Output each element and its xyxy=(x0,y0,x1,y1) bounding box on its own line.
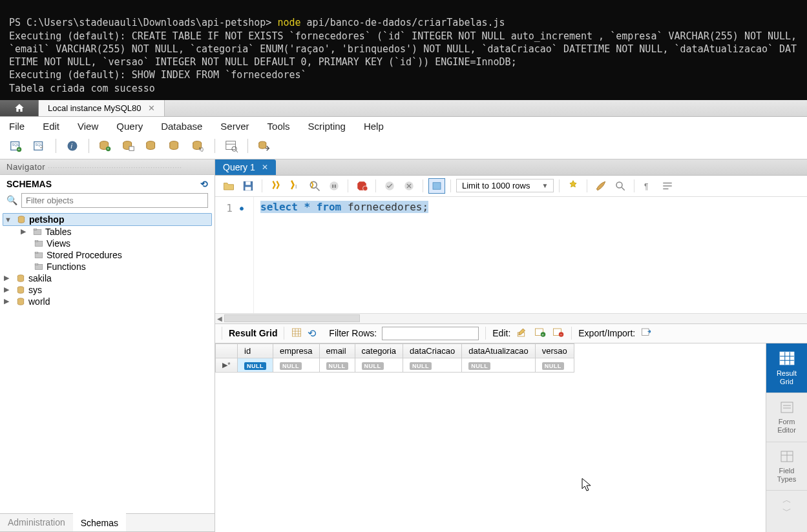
db-table-button[interactable] xyxy=(119,137,138,155)
invisible-chars-button[interactable]: ¶ xyxy=(640,178,656,194)
form-icon xyxy=(777,400,797,415)
limit-rows-select[interactable]: Limit to 1000 rows▼ xyxy=(456,179,554,192)
autocommit-button[interactable] xyxy=(428,178,445,194)
sql-editor[interactable]: 1• select * from fornecedores; xyxy=(215,197,807,313)
open-file-button[interactable] xyxy=(220,178,237,194)
tree-functions[interactable]: Functions xyxy=(3,261,212,272)
menu-file[interactable]: File xyxy=(9,121,25,132)
schema-world[interactable]: ▶world xyxy=(3,296,212,307)
tree-stored-procedures[interactable]: Stored Procedures xyxy=(3,249,212,261)
col-empresa[interactable]: empresa xyxy=(273,343,320,358)
db-add-button[interactable]: + xyxy=(96,137,115,155)
grid-view-icon[interactable] xyxy=(291,327,302,340)
database-icon xyxy=(16,285,26,294)
beautify-button[interactable] xyxy=(565,178,582,194)
new-sql-tab-button[interactable]: SQL+ xyxy=(6,137,26,155)
result-grid-label: Result Grid xyxy=(229,328,277,338)
menu-database[interactable]: Database xyxy=(161,121,202,132)
refresh-icon[interactable]: ⟲ xyxy=(200,179,208,189)
schema-petshop[interactable]: ▼ petshop xyxy=(3,213,212,226)
menubar: File Edit View Query Database Server Too… xyxy=(0,117,807,135)
result-grid[interactable]: id empresa email categoria dataCriacao d… xyxy=(215,343,766,532)
reconnect-button[interactable] xyxy=(255,137,274,155)
schema-sakila[interactable]: ▶sakila xyxy=(3,272,212,284)
delete-row-button[interactable]: − xyxy=(552,327,565,340)
execute-button[interactable] xyxy=(267,178,284,194)
side-tab-more[interactable]: ︿ ﹀ xyxy=(766,491,807,520)
close-icon[interactable]: ✕ xyxy=(262,163,268,172)
refresh-icon[interactable]: ⟲ xyxy=(308,327,316,340)
col-datacriacao[interactable]: dataCriacao xyxy=(403,343,462,358)
explain-button[interactable] xyxy=(306,178,323,194)
field-types-icon xyxy=(777,449,797,464)
tab-administration[interactable]: Administration xyxy=(0,514,73,531)
menu-help[interactable]: Help xyxy=(364,121,384,132)
svg-text:+: + xyxy=(107,147,109,151)
schema-sys[interactable]: ▶sys xyxy=(3,284,212,296)
svg-line-51 xyxy=(622,187,625,190)
schema-tree[interactable]: ▼ petshop ▶Tables Views Stored Procedure… xyxy=(0,212,215,513)
svg-text:SQL: SQL xyxy=(12,143,19,147)
home-tab[interactable] xyxy=(0,100,39,116)
svg-rect-12 xyxy=(129,147,134,150)
menu-tools[interactable]: Tools xyxy=(267,121,290,132)
svg-line-39 xyxy=(317,187,320,190)
svg-rect-17 xyxy=(226,141,236,149)
chevron-up-icon: ︿ xyxy=(782,495,791,505)
svg-rect-56 xyxy=(293,329,301,336)
menu-scripting[interactable]: Scripting xyxy=(308,121,346,132)
side-tab-result-grid[interactable]: Result Grid xyxy=(766,343,807,393)
open-sql-button[interactable]: SQL xyxy=(30,137,49,155)
menu-server[interactable]: Server xyxy=(220,121,249,132)
folder-icon xyxy=(32,227,43,236)
menu-edit[interactable]: Edit xyxy=(43,121,59,132)
database-icon xyxy=(16,215,26,224)
svg-text:¶: ¶ xyxy=(644,181,648,190)
tree-tables[interactable]: ▶Tables xyxy=(3,226,212,238)
rollback-button[interactable] xyxy=(401,178,417,194)
side-tab-field-types[interactable]: Field Types xyxy=(766,442,807,491)
folder-icon xyxy=(34,239,44,248)
db-view-button[interactable] xyxy=(142,137,162,155)
edit-row-button[interactable] xyxy=(516,327,529,340)
tree-views[interactable]: Views xyxy=(3,238,212,249)
col-categoria[interactable]: categoria xyxy=(355,343,403,358)
query-tab-bar: Query 1 ✕ xyxy=(215,159,807,176)
commit-button[interactable] xyxy=(381,178,398,194)
query-tab[interactable]: Query 1 ✕ xyxy=(215,159,276,175)
side-tab-form-editor[interactable]: Form Editor xyxy=(766,393,807,442)
menu-query[interactable]: Query xyxy=(116,121,143,132)
connection-tab[interactable]: Local instance MySQL80 ✕ xyxy=(39,100,165,116)
find-button[interactable] xyxy=(612,178,629,194)
search-table-button[interactable] xyxy=(222,137,241,155)
close-icon[interactable]: ✕ xyxy=(148,103,155,113)
col-email[interactable]: email xyxy=(319,343,355,358)
svg-point-44 xyxy=(363,186,368,191)
filter-objects-input[interactable] xyxy=(21,193,208,208)
inspector-button[interactable]: i xyxy=(63,137,82,155)
export-button[interactable] xyxy=(640,327,653,340)
editor-scrollbar[interactable]: ◀ xyxy=(215,313,807,323)
save-button[interactable] xyxy=(240,178,257,194)
query-tab-label: Query 1 xyxy=(223,162,255,172)
col-dataatualizacao[interactable]: dataAtualizacao xyxy=(462,343,536,358)
stop-on-error-button[interactable] xyxy=(353,178,370,194)
table-row[interactable]: ▶* NULL NULL NULL NULL NULL NULL NULL xyxy=(216,358,574,372)
wrap-button[interactable] xyxy=(659,178,676,194)
svg-text:+: + xyxy=(17,147,20,152)
database-icon xyxy=(16,297,26,306)
execute-current-button[interactable]: I xyxy=(287,178,304,194)
filter-rows-input[interactable] xyxy=(382,327,479,340)
db-func-button[interactable]: f() xyxy=(189,137,208,155)
brush-button[interactable] xyxy=(592,178,609,194)
tab-schemas[interactable]: Schemas xyxy=(73,513,126,531)
col-id[interactable]: id xyxy=(238,343,273,358)
stop-button[interactable] xyxy=(326,178,342,194)
svg-point-19 xyxy=(232,147,236,151)
menu-view[interactable]: View xyxy=(78,121,98,132)
svg-rect-68 xyxy=(642,329,649,336)
add-row-button[interactable]: + xyxy=(534,327,547,340)
col-versao[interactable]: versao xyxy=(535,343,574,358)
svg-text:I: I xyxy=(295,183,297,190)
db-proc-button[interactable] xyxy=(165,137,185,155)
